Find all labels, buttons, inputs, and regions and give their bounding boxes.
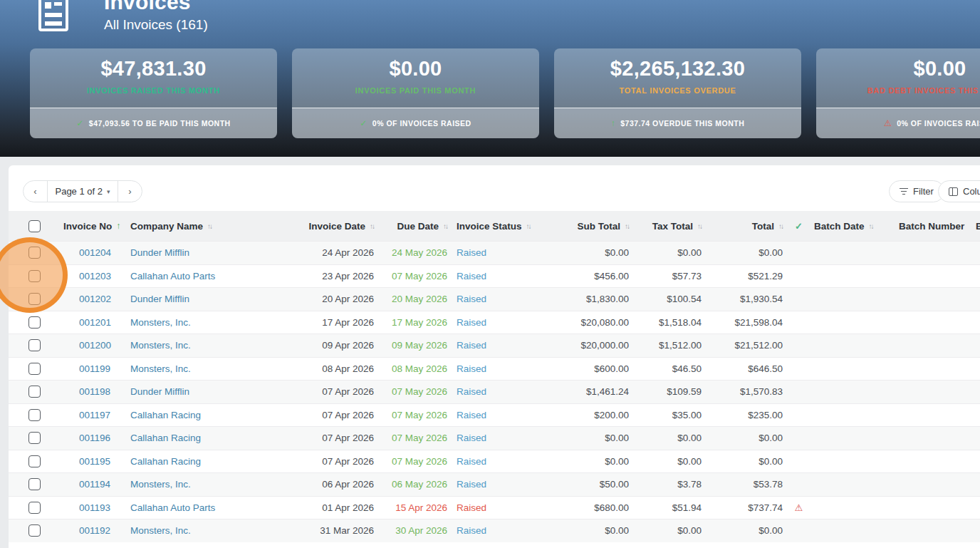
invoice-no-link[interactable]: 001203 bbox=[51, 271, 126, 281]
due-date-cell: 07 May 2026 bbox=[377, 386, 450, 397]
next-page-button[interactable]: › bbox=[118, 181, 142, 202]
row-checkbox[interactable] bbox=[28, 524, 41, 537]
column-header-total[interactable]: Total ↑↓ bbox=[704, 221, 786, 232]
invoice-no-link[interactable]: 001195 bbox=[51, 456, 126, 467]
company-name-link[interactable]: Dunder Mifflin bbox=[126, 294, 297, 304]
row-checkbox-cell bbox=[9, 478, 51, 490]
row-checkbox[interactable] bbox=[28, 247, 41, 259]
kpi-label: BAD DEBT INVOICES THIS MONTH bbox=[816, 86, 980, 95]
column-header-batch-number[interactable]: Batch Number bbox=[892, 221, 974, 232]
invoice-no-link[interactable]: 001192 bbox=[51, 525, 126, 536]
company-name-link[interactable]: Callahan Auto Parts bbox=[126, 502, 297, 513]
due-date-cell: 15 Apr 2026 bbox=[377, 502, 450, 513]
column-header-invoice-no[interactable]: Invoice No ↑ bbox=[51, 221, 126, 232]
sort-icon: ↑↓ bbox=[625, 222, 629, 230]
check-icon: ✓ bbox=[795, 221, 803, 232]
invoice-date-cell: 06 Apr 2026 bbox=[297, 479, 377, 490]
row-checkbox[interactable] bbox=[28, 455, 41, 467]
row-checkbox[interactable] bbox=[28, 316, 41, 329]
total-cell: $235.00 bbox=[704, 410, 786, 420]
tax-total-cell: $35.00 bbox=[632, 410, 704, 420]
columns-icon bbox=[949, 187, 958, 196]
select-all-checkbox[interactable] bbox=[28, 220, 41, 232]
row-checkbox[interactable] bbox=[28, 270, 41, 282]
row-checkbox[interactable] bbox=[28, 339, 41, 351]
company-name-link[interactable]: Dunder Mifflin bbox=[126, 247, 297, 258]
invoice-date-cell: 07 Apr 2026 bbox=[297, 456, 377, 467]
invoice-no-link[interactable]: 001201 bbox=[51, 317, 126, 328]
table-row: 001201 Monsters, Inc. 17 Apr 2026 17 May… bbox=[9, 311, 980, 334]
column-header-batch-date[interactable]: Batch Date ↑↓ bbox=[812, 221, 892, 232]
table-row: 001197 Callahan Racing 07 Apr 2026 07 Ma… bbox=[9, 403, 980, 427]
column-header-invoice-date[interactable]: Invoice Date ↑↓ bbox=[297, 221, 377, 232]
due-date-cell: 30 Apr 2026 bbox=[377, 525, 450, 536]
due-date-cell: 07 May 2026 bbox=[377, 271, 450, 281]
invoice-date-cell: 08 Apr 2026 bbox=[297, 363, 377, 374]
pagination-control: ‹ Page 1 of 2 ▾ › bbox=[23, 180, 142, 202]
table-header-row: Invoice No ↑ Company Name ↑↓ Invoice Dat… bbox=[9, 211, 980, 241]
row-checkbox[interactable] bbox=[28, 478, 41, 490]
sub-total-cell: $50.00 bbox=[568, 479, 632, 490]
company-name-link[interactable]: Monsters, Inc. bbox=[126, 340, 297, 351]
table-row: 001200 Monsters, Inc. 09 Apr 2026 09 May… bbox=[9, 334, 980, 357]
table-row: 001192 Monsters, Inc. 31 Mar 2026 30 Apr… bbox=[9, 519, 980, 542]
invoice-status-cell: Raised bbox=[450, 386, 568, 397]
kpi-card-raised: $47,831.30 INVOICES RAISED THIS MONTH ✓ … bbox=[30, 48, 277, 138]
column-header-due-date[interactable]: Due Date ↑↓ bbox=[377, 221, 450, 232]
invoice-no-link[interactable]: 001204 bbox=[51, 247, 126, 258]
column-header-invoice-status[interactable]: Invoice Status ↑↓ bbox=[450, 221, 568, 232]
company-name-link[interactable]: Callahan Racing bbox=[126, 433, 297, 443]
invoice-no-link[interactable]: 001193 bbox=[51, 502, 126, 513]
warning-cell: ⚠ bbox=[786, 247, 812, 258]
invoice-status-cell: Raised bbox=[450, 525, 568, 536]
due-date-cell: 09 May 2026 bbox=[377, 340, 450, 351]
due-date-cell: 07 May 2026 bbox=[377, 433, 450, 443]
company-name-link[interactable]: Monsters, Inc. bbox=[126, 363, 297, 374]
tax-total-cell: $57.73 bbox=[632, 271, 704, 281]
row-checkbox[interactable] bbox=[28, 386, 41, 398]
invoice-no-link[interactable]: 001202 bbox=[51, 294, 126, 304]
due-date-cell: 17 May 2026 bbox=[377, 317, 450, 328]
company-name-link[interactable]: Dunder Mifflin bbox=[126, 386, 297, 397]
invoice-no-link[interactable]: 001198 bbox=[51, 386, 126, 397]
warning-cell: ⚠ bbox=[786, 317, 812, 328]
column-header-clipped[interactable]: B bbox=[974, 221, 980, 232]
invoice-status-cell: Raised bbox=[450, 340, 568, 351]
column-header-sub-total[interactable]: Sub Total ↑↓ bbox=[568, 221, 632, 232]
row-checkbox[interactable] bbox=[28, 409, 41, 421]
warning-cell: ⚠ bbox=[786, 502, 812, 513]
invoice-no-link[interactable]: 001199 bbox=[51, 363, 126, 374]
total-cell: $0.00 bbox=[704, 456, 786, 467]
column-header-tax-total[interactable]: Tax Total ↑↓ bbox=[632, 221, 704, 232]
page-selector[interactable]: Page 1 of 2 ▾ bbox=[47, 181, 118, 202]
invoice-no-link[interactable]: 001197 bbox=[51, 410, 126, 420]
company-name-link[interactable]: Monsters, Inc. bbox=[126, 525, 297, 536]
row-checkbox[interactable] bbox=[28, 293, 41, 305]
invoice-status-cell: Raised bbox=[450, 479, 568, 490]
company-name-link[interactable]: Callahan Auto Parts bbox=[126, 271, 297, 281]
invoice-status-cell: Raised bbox=[450, 502, 568, 513]
invoice-date-cell: 01 Apr 2026 bbox=[297, 502, 377, 513]
kpi-card-overdue: $2,265,132.30 TOTAL INVOICES OVERDUE ↑ $… bbox=[554, 48, 801, 138]
columns-button[interactable]: Columns bbox=[938, 180, 980, 202]
company-name-link[interactable]: Monsters, Inc. bbox=[126, 479, 297, 490]
filter-button[interactable]: Filter bbox=[889, 180, 944, 202]
row-checkbox[interactable] bbox=[28, 502, 41, 514]
kpi-footer-text: 0% OF INVOICES RAISED bbox=[897, 119, 980, 128]
row-checkbox[interactable] bbox=[28, 432, 41, 444]
invoice-status-cell: Raised bbox=[450, 294, 568, 304]
warning-icon: ⚠ bbox=[884, 118, 892, 128]
table-row: 001202 Dunder Mifflin 20 Apr 2026 20 May… bbox=[9, 287, 980, 311]
invoice-status-cell: Raised bbox=[450, 247, 568, 258]
invoice-no-link[interactable]: 001196 bbox=[51, 433, 126, 443]
row-checkbox[interactable] bbox=[28, 363, 41, 375]
company-name-link[interactable]: Callahan Racing bbox=[126, 456, 297, 467]
invoice-no-link[interactable]: 001194 bbox=[51, 479, 126, 490]
kpi-value: $2,265,132.30 bbox=[554, 57, 801, 81]
column-header-company-name[interactable]: Company Name ↑↓ bbox=[126, 221, 297, 232]
company-name-link[interactable]: Monsters, Inc. bbox=[126, 317, 297, 328]
company-name-link[interactable]: Callahan Racing bbox=[126, 410, 297, 420]
prev-page-button[interactable]: ‹ bbox=[24, 181, 47, 202]
sub-total-cell: $20,080.00 bbox=[568, 317, 632, 328]
invoice-no-link[interactable]: 001200 bbox=[51, 340, 126, 351]
